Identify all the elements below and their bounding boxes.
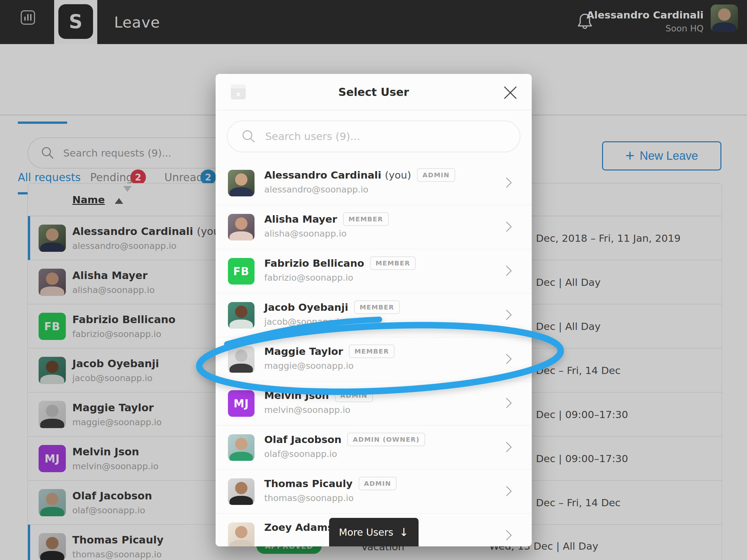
search-icon	[241, 129, 256, 144]
role-badge: ADMIN	[359, 477, 397, 490]
chevron-right-icon	[501, 265, 512, 276]
user-list-item[interactable]: Alessandro Cardinali (you) ADMIN alessan…	[215, 161, 532, 205]
user-name: Olaf Jacobson	[264, 434, 341, 445]
select-user-modal: x Select User Alessandro Cardinali (you)…	[215, 74, 532, 546]
role-badge: MEMBER	[370, 256, 416, 270]
avatar-initials: FB	[228, 258, 255, 285]
user-search	[227, 121, 520, 152]
user-list-item[interactable]: MJ Melvin Json ADMIN melvin@soonapp.io	[215, 381, 532, 426]
avatar	[228, 434, 255, 461]
chevron-right-icon	[501, 486, 512, 497]
user-email: melvin@soonapp.io	[264, 405, 351, 415]
user-list-item[interactable]: Jacob Oyebanji MEMBER jacob@soonapp.io	[215, 293, 532, 337]
user-email: jacob@soonapp.io	[264, 317, 344, 327]
modal-header: x Select User	[215, 74, 532, 110]
user-name: Thomas Picauly	[264, 478, 353, 489]
user-email: alisha@soonapp.io	[264, 229, 346, 239]
user-name: Melvin Json	[264, 390, 329, 401]
more-users-label: More Users	[339, 527, 393, 538]
user-list-item[interactable]: Olaf Jacobson ADMIN (OWNER) olaf@soonapp…	[215, 426, 532, 470]
user-email: maggie@soonapp.io	[264, 361, 354, 371]
user-name: Jacob Oyebanji	[264, 301, 348, 313]
modal-title: Select User	[215, 74, 532, 110]
user-list-item[interactable]: Thomas Picauly ADMIN thomas@soonapp.io	[215, 470, 532, 514]
role-badge: MEMBER	[354, 300, 400, 314]
user-email: fabrizio@soonapp.io	[264, 272, 353, 283]
chevron-right-icon	[501, 530, 512, 540]
chevron-right-icon	[501, 221, 512, 232]
more-users-button[interactable]: More Users ↓	[329, 518, 418, 546]
avatar	[228, 302, 255, 329]
chevron-right-icon	[501, 398, 512, 408]
avatar	[228, 478, 255, 505]
user-list-item[interactable]: Alisha Mayer MEMBER alisha@soonapp.io	[215, 205, 532, 249]
chevron-right-icon	[501, 310, 512, 320]
role-badge: MEMBER	[349, 345, 394, 358]
arrow-down-icon: ↓	[399, 526, 409, 539]
user-email: thomas@soonapp.io	[264, 493, 354, 503]
role-badge: ADMIN (OWNER)	[347, 433, 425, 446]
avatar	[228, 214, 255, 240]
role-badge: ADMIN	[335, 389, 373, 402]
avatar	[228, 170, 255, 196]
role-badge: MEMBER	[343, 212, 389, 226]
user-list-item-maggie[interactable]: Maggie Taylor MEMBER maggie@soonapp.io	[215, 337, 532, 381]
avatar	[228, 523, 255, 546]
avatar	[228, 346, 255, 373]
user-name: Alessandro Cardinali	[264, 169, 381, 181]
leave-app-page: S Leave Alessandro Cardinali Soon HQ Req…	[0, 0, 747, 560]
user-name-suffix: (you)	[385, 169, 411, 181]
user-name: Zoey Adams	[264, 522, 334, 533]
close-icon[interactable]	[503, 85, 517, 100]
chevron-right-icon	[501, 177, 512, 188]
user-name: Alisha Mayer	[264, 213, 337, 225]
avatar-initials: MJ	[228, 390, 255, 417]
role-badge: ADMIN	[417, 168, 455, 182]
user-search-input[interactable]	[264, 130, 486, 143]
user-name: Maggie Taylor	[264, 345, 343, 357]
chevron-right-icon	[501, 353, 512, 364]
user-name: Fabrizio Bellicano	[264, 257, 364, 269]
user-email: olaf@soonapp.io	[264, 449, 337, 459]
chevron-right-icon	[501, 442, 512, 452]
user-email: alessandro@soonapp.io	[264, 184, 368, 194]
user-list-item[interactable]: FB Fabrizio Bellicano MEMBER fabrizio@so…	[215, 249, 532, 293]
